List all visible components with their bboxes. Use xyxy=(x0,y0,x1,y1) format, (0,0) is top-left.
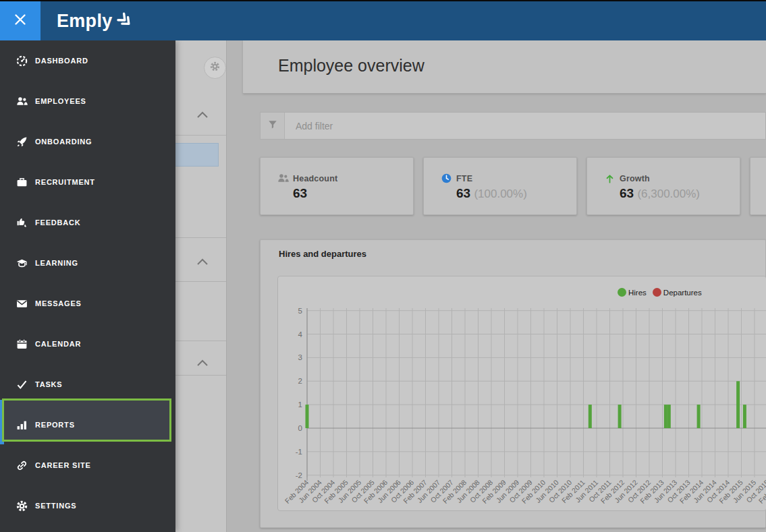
svg-text:0: 0 xyxy=(298,424,302,432)
hires-departures-chart: 543210-1-2Feb 2004Jun 2004Oct 2004Feb 20… xyxy=(278,276,766,510)
svg-text:4: 4 xyxy=(298,330,303,338)
sidebar-item-career-site[interactable]: CAREER SITE xyxy=(0,445,175,485)
topbar: Emply xyxy=(0,0,766,40)
stat-label: Headcount xyxy=(293,174,337,183)
stat-card-partial xyxy=(750,157,766,215)
double-chevron-icon xyxy=(117,12,134,32)
sidebar-item-messages[interactable]: MESSAGES xyxy=(0,283,175,324)
calendar-icon xyxy=(16,338,28,350)
stat-suffix: (6,300.00%) xyxy=(637,187,700,200)
stat-card-headcount: Headcount 63 xyxy=(260,157,414,215)
bar-chart-icon xyxy=(16,419,28,431)
brand-name: Emply xyxy=(57,11,113,32)
sidebar-item-label: EMPLOYEES xyxy=(35,97,86,105)
chart-legend: Hires Departures xyxy=(618,288,708,297)
check-icon xyxy=(16,379,28,390)
nav-drawer: DASHBOARD EMPLOYEES ONBOARDING RECRUITME… xyxy=(0,40,175,532)
gauge-icon xyxy=(16,55,28,67)
brand-logo[interactable]: Emply xyxy=(57,9,134,32)
legend-item-departures[interactable]: Departures xyxy=(653,288,702,297)
panel-settings-button[interactable] xyxy=(204,57,226,79)
stat-card-fte: FTE 63 (100.00%) xyxy=(423,157,577,215)
sidebar-item-label: ONBOARDING xyxy=(35,138,92,146)
sidebar-item-recruitment[interactable]: RECRUITMENT xyxy=(0,162,175,202)
filter-icon-button[interactable] xyxy=(261,113,285,139)
chevron-up-icon[interactable] xyxy=(196,110,209,119)
stat-value: 63 xyxy=(456,186,470,200)
envelope-icon xyxy=(16,298,28,309)
thumbs-icon xyxy=(16,217,28,229)
rocket-icon xyxy=(16,136,28,148)
stat-card-growth: Growth 63 (6,300.00%) xyxy=(586,157,740,215)
sidebar-item-label: RECRUITMENT xyxy=(35,178,95,186)
sidebar-item-label: CALENDAR xyxy=(35,340,81,348)
svg-text:3: 3 xyxy=(298,353,302,361)
sidebar-item-label: FEEDBACK xyxy=(35,218,81,227)
app-window: Employee overview Headcount 63 FTE xyxy=(0,0,766,532)
legend-item-hires[interactable]: Hires xyxy=(618,288,647,297)
briefcase-icon xyxy=(16,177,28,188)
clock-icon xyxy=(441,173,452,184)
sidebar-item-label: SETTINGS xyxy=(35,502,76,510)
link-icon xyxy=(16,460,28,471)
filter-bar xyxy=(260,112,766,140)
chevron-up-icon[interactable] xyxy=(196,358,209,367)
departures-legend-dot xyxy=(653,288,661,297)
sidebar-item-label: TASKS xyxy=(35,380,62,388)
sidebar-item-label: CAREER SITE xyxy=(35,461,91,469)
chart-card: Hires and departures Hires Departures 54… xyxy=(260,239,766,528)
chart-plot-panel: Hires Departures 543210-1-2Feb 2004Jun 2… xyxy=(277,276,766,511)
stat-value: 63 xyxy=(620,186,634,200)
people-icon xyxy=(16,96,28,107)
stat-value: 63 xyxy=(293,186,307,200)
people-icon xyxy=(277,173,289,184)
page-title: Employee overview xyxy=(278,56,425,76)
arrow-up-icon xyxy=(604,173,615,184)
gear-icon xyxy=(210,61,220,74)
legend-label: Departures xyxy=(663,289,702,297)
svg-text:1: 1 xyxy=(298,401,302,409)
funnel-icon xyxy=(268,120,277,132)
sidebar-item-label: LEARNING xyxy=(35,259,78,267)
page-header: Employee overview xyxy=(243,40,766,94)
sidebar-item-onboarding[interactable]: ONBOARDING xyxy=(0,121,175,162)
sidebar-item-tasks[interactable]: TASKS xyxy=(0,364,175,405)
sidebar-item-label: REPORTS xyxy=(35,421,75,429)
legend-label: Hires xyxy=(628,289,647,297)
stat-label: Growth xyxy=(620,174,650,183)
sidebar-item-feedback[interactable]: FEEDBACK xyxy=(0,202,175,243)
chevron-up-icon[interactable] xyxy=(196,257,209,266)
svg-text:2: 2 xyxy=(298,377,302,385)
stat-label: FTE xyxy=(456,174,472,183)
gear-icon xyxy=(16,500,28,512)
sidebar-item-label: DASHBOARD xyxy=(35,57,88,65)
sidebar-item-dashboard[interactable]: DASHBOARD xyxy=(0,40,175,81)
hires-legend-dot xyxy=(618,288,626,297)
sidebar-item-employees[interactable]: EMPLOYEES xyxy=(0,81,175,121)
graduation-cap-icon xyxy=(16,258,28,269)
svg-text:-1: -1 xyxy=(296,448,302,456)
chart-title: Hires and departures xyxy=(279,249,366,259)
svg-text:5: 5 xyxy=(298,307,302,315)
filter-input[interactable] xyxy=(285,113,765,139)
x-icon xyxy=(13,13,27,29)
svg-text:-2: -2 xyxy=(296,471,302,479)
close-menu-button[interactable] xyxy=(0,1,40,40)
sidebar-item-label: MESSAGES xyxy=(35,299,82,307)
sidebar-item-calendar[interactable]: CALENDAR xyxy=(0,324,175,364)
sidebar-item-learning[interactable]: LEARNING xyxy=(0,243,175,283)
sidebar-item-reports[interactable]: REPORTS xyxy=(0,405,175,445)
stat-suffix: (100.00%) xyxy=(474,187,526,200)
sidebar-item-settings[interactable]: SETTINGS xyxy=(0,485,175,526)
